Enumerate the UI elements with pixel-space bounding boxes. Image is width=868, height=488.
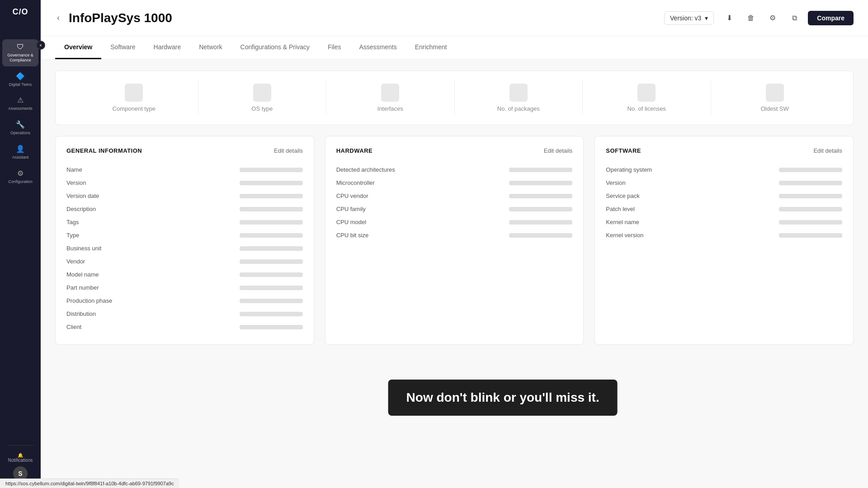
sidebar-item-operations[interactable]: 🔧 Operations [2, 117, 38, 139]
stat-interfaces: Interfaces [326, 80, 454, 116]
software-edit-button[interactable]: Edit details [813, 147, 842, 154]
stat-icon-oldest-sw [766, 84, 784, 102]
tab-hardware[interactable]: Hardware [145, 36, 190, 59]
info-value-placeholder [240, 194, 303, 198]
info-value-placeholder [509, 181, 572, 185]
software-rows: Operating system Version Service pack Pa… [606, 163, 842, 242]
stat-label-component-type: Component type [113, 105, 156, 112]
sidebar-item-label: Assessments [8, 106, 33, 111]
info-row: Version date [66, 189, 303, 202]
info-label: Tags [66, 219, 79, 225]
hardware-title: HARDWARE [336, 147, 373, 154]
info-label: Client [66, 324, 81, 330]
info-label: CPU bit size [336, 232, 369, 239]
stats-bar: Component type OS type Interfaces No. of… [55, 70, 854, 125]
assessments-icon: ⚠ [17, 96, 24, 104]
download-button[interactable]: ⬇ [721, 10, 737, 26]
info-label: Vendor [66, 258, 85, 265]
info-label: Version date [66, 192, 99, 199]
info-value-placeholder [240, 272, 303, 277]
page-title: InfoPlaySys 1000 [69, 11, 657, 25]
tab-enrichment[interactable]: Enrichment [406, 36, 456, 59]
compare-button[interactable]: Compare [808, 11, 854, 25]
stat-no-packages: No. of packages [454, 80, 583, 116]
hardware-edit-button[interactable]: Edit details [544, 147, 573, 154]
stat-icon-no-licenses [637, 84, 656, 102]
url-text: https://sos.cybellum.com/digital-twin/9f… [5, 481, 174, 486]
sidebar-item-label: Configuration [8, 179, 33, 184]
general-info-edit-button[interactable]: Edit details [274, 147, 303, 154]
tab-files[interactable]: Files [319, 36, 350, 59]
software-title: SOFTWARE [606, 147, 641, 154]
info-row: Version [606, 176, 842, 189]
software-section: SOFTWARE Edit details Operating system V… [594, 136, 854, 345]
sidebar-item-label: Digital Twins [9, 82, 32, 87]
sidebar-item-configuration[interactable]: ⚙ Configuration [2, 165, 38, 188]
assistant-icon: 👤 [16, 145, 25, 153]
info-value-placeholder [240, 325, 303, 329]
info-value-placeholder [240, 259, 303, 264]
info-label: Description [66, 206, 96, 212]
info-label: Kernel name [606, 219, 639, 225]
info-value-placeholder [509, 168, 572, 172]
info-grid: GENERAL INFORMATION Edit details Name Ve… [55, 136, 854, 345]
info-row: Model name [66, 268, 303, 281]
info-label: Version [66, 179, 86, 186]
sidebar-item-assessments[interactable]: ⚠ Assessments [2, 92, 38, 115]
info-row: Operating system [606, 163, 842, 176]
info-value-placeholder [509, 194, 572, 198]
stat-label-interfaces: Interfaces [377, 105, 403, 112]
info-row: CPU vendor [336, 189, 573, 202]
tab-software[interactable]: Software [101, 36, 144, 59]
configuration-icon: ⚙ [17, 169, 24, 178]
sidebar-item-digital-twins[interactable]: 🔷 Digital Twins [2, 68, 38, 91]
tab-overview[interactable]: Overview [55, 36, 101, 59]
back-button[interactable]: ‹ [55, 11, 61, 24]
hardware-section: HARDWARE Edit details Detected architect… [325, 136, 584, 345]
info-value-placeholder [240, 207, 303, 211]
info-row: Name [66, 163, 303, 176]
sidebar-item-label: Operations [10, 131, 30, 136]
sidebar-notifications[interactable]: 🔔 Notifications [8, 453, 33, 463]
general-info-header: GENERAL INFORMATION Edit details [66, 147, 303, 154]
stat-icon-interfaces [381, 84, 399, 102]
info-row: Kernel name [606, 216, 842, 229]
info-value-placeholder [240, 220, 303, 225]
info-value-placeholder [779, 220, 842, 225]
bell-icon: 🔔 [18, 453, 23, 458]
info-row: Tags [66, 216, 303, 229]
sidebar-expand-button[interactable]: × [36, 41, 45, 50]
stat-component-type: Component type [70, 80, 198, 116]
sidebar-item-governance[interactable]: 🛡 Governance & Compliance [2, 39, 38, 66]
info-label: Operating system [606, 166, 652, 173]
stat-os-type: OS type [198, 80, 326, 116]
version-label: Version: v3 [670, 14, 701, 22]
governance-icon: 🛡 [17, 43, 24, 51]
version-selector[interactable]: Version: v3 ▾ [664, 11, 714, 25]
info-row: CPU family [336, 202, 573, 216]
hardware-header: HARDWARE Edit details [336, 147, 573, 154]
info-value-placeholder [240, 286, 303, 290]
sidebar-item-assistant[interactable]: 👤 Assistant [2, 141, 38, 164]
info-label: Part number [66, 284, 99, 291]
info-row: Type [66, 229, 303, 242]
info-label: Kernel version [606, 232, 643, 239]
info-row: Part number [66, 281, 303, 294]
info-value-placeholder [240, 168, 303, 172]
tab-assessments[interactable]: Assessments [350, 36, 406, 59]
sidebar-item-label: Governance & Compliance [4, 53, 37, 63]
delete-button[interactable]: 🗑 [743, 10, 759, 26]
settings-button[interactable]: ⚙ [764, 10, 781, 26]
info-value-placeholder [509, 220, 572, 225]
share-button[interactable]: ⧉ [786, 10, 802, 26]
info-label: Detected architectures [336, 166, 395, 173]
info-value-placeholder [779, 194, 842, 198]
info-row: Description [66, 202, 303, 216]
tab-network[interactable]: Network [190, 36, 231, 59]
info-value-placeholder [240, 312, 303, 316]
info-row: Patch level [606, 202, 842, 216]
top-header: ‹ InfoPlaySys 1000 Version: v3 ▾ ⬇ 🗑 ⚙ ⧉… [41, 0, 868, 36]
info-value-placeholder [240, 233, 303, 238]
tab-configurations[interactable]: Configurations & Privacy [231, 36, 319, 59]
info-row: Microcontroller [336, 176, 573, 189]
